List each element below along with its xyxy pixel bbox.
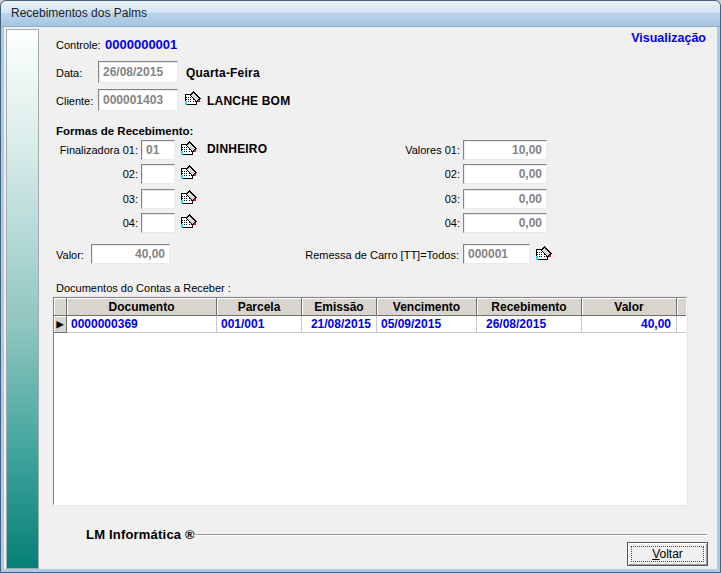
col-header-documento[interactable]: Documento <box>67 298 217 316</box>
valor-label: Valor: <box>56 249 84 261</box>
row-indicator-icon: ▶ <box>54 316 67 333</box>
cliente-lookup-icon[interactable] <box>184 91 201 108</box>
finalizadora-1-descricao: DINHEIRO <box>207 142 267 156</box>
grid-header-row: Documento Parcela Emissão Vencimento Rec… <box>54 298 686 316</box>
valor-field[interactable]: 40,00 <box>91 244 170 264</box>
valores-1-label: Valores 01: <box>381 144 460 156</box>
finalizadora-2-field[interactable] <box>141 164 175 184</box>
finalizadora-3-label: 03: <box>41 193 138 205</box>
cliente-label: Cliente: <box>56 95 93 107</box>
data-label: Data: <box>56 67 82 79</box>
valores-4-field[interactable]: 0,00 <box>463 213 547 233</box>
finalizadora-3-lookup-icon[interactable] <box>180 190 197 207</box>
valores-2-field[interactable]: 0,00 <box>463 164 547 184</box>
col-header-recebimento[interactable]: Recebimento <box>477 298 582 316</box>
finalizadora-1-field[interactable]: 01 <box>141 140 175 160</box>
valores-3-label: 03: <box>381 193 460 205</box>
table-row[interactable]: ▶ 0000000369 001/001 21/08/2015 05/09/20… <box>54 316 686 333</box>
cliente-field[interactable]: 000001403 <box>98 89 178 111</box>
col-header-vencimento[interactable]: Vencimento <box>377 298 477 316</box>
controle-value: 0000000001 <box>105 37 177 52</box>
footer-divider <box>194 534 707 536</box>
data-field[interactable]: 26/08/2015 <box>98 61 178 83</box>
app-window: Recebimentos dos Palms Visualização Cont… <box>0 0 721 573</box>
brand-label: LM Informática ® <box>86 527 195 542</box>
remessa-label: Remessa de Carro [TT]=Todos: <box>301 249 459 261</box>
col-header-filler <box>677 298 687 316</box>
gradient-sidebar <box>6 29 39 569</box>
cell-vencimento: 05/09/2015 <box>377 316 477 333</box>
documentos-grid[interactable]: Documento Parcela Emissão Vencimento Rec… <box>53 297 687 505</box>
cell-filler <box>677 316 687 333</box>
valores-3-field[interactable]: 0,00 <box>463 189 547 209</box>
data-weekday: Quarta-Feira <box>186 66 260 80</box>
finalizadora-2-label: 02: <box>41 168 138 180</box>
cliente-name: LANCHE BOM <box>207 94 290 108</box>
cell-parcela: 001/001 <box>217 316 302 333</box>
grid-corner-cell <box>54 298 67 316</box>
finalizadora-1-label: Finalizadora 01: <box>41 144 138 156</box>
col-header-parcela[interactable]: Parcela <box>217 298 302 316</box>
valores-1-field[interactable]: 10,00 <box>463 140 547 160</box>
controle-label: Controle: <box>56 39 101 51</box>
finalizadora-2-lookup-icon[interactable] <box>180 165 197 182</box>
cell-documento: 0000000369 <box>67 316 217 333</box>
cell-emissao: 21/08/2015 <box>302 316 377 333</box>
remessa-field[interactable]: 000001 <box>463 244 530 264</box>
remessa-lookup-icon[interactable] <box>535 246 552 263</box>
titlebar[interactable]: Recebimentos dos Palms <box>1 1 720 27</box>
finalizadora-4-field[interactable] <box>141 213 175 233</box>
finalizadora-4-label: 04: <box>41 217 138 229</box>
cell-valor: 40,00 <box>582 316 677 333</box>
finalizadora-3-field[interactable] <box>141 189 175 209</box>
finalizadora-4-lookup-icon[interactable] <box>180 214 197 231</box>
col-header-emissao[interactable]: Emissão <box>302 298 377 316</box>
voltar-button[interactable]: Voltar <box>627 542 708 566</box>
col-header-valor[interactable]: Valor <box>582 298 677 316</box>
documentos-section-label: Documentos do Contas a Receber : <box>56 282 231 294</box>
valores-4-label: 04: <box>381 217 460 229</box>
mode-label: Visualização <box>631 31 706 45</box>
window-title: Recebimentos dos Palms <box>11 6 147 20</box>
cell-recebimento: 26/08/2015 <box>477 316 582 333</box>
voltar-button-label: Voltar <box>652 547 683 561</box>
finalizadora-1-lookup-icon[interactable] <box>180 141 197 158</box>
formas-section-label: Formas de Recebimento: <box>56 125 193 137</box>
valores-2-label: 02: <box>381 168 460 180</box>
